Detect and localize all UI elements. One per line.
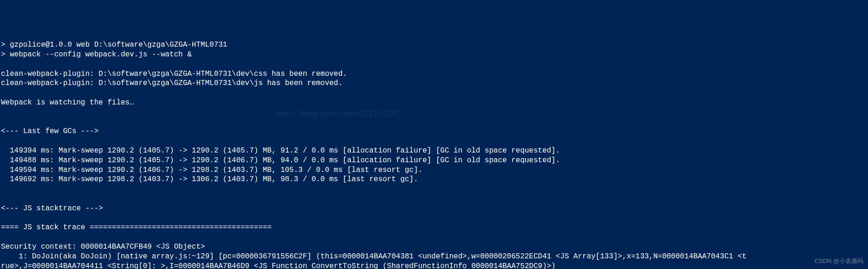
terminal-line	[0, 214, 868, 223]
terminal-line: Webpack is watching the files…	[0, 98, 868, 108]
terminal-line	[0, 108, 868, 117]
terminal-line: 149488 ms: Mark-sweep 1290.2 (1405.7) ->…	[0, 156, 868, 165]
terminal-output[interactable]: > gzpolice@1.0.0 web D:\software\gzga\GZ…	[0, 40, 868, 269]
terminal-line: > gzpolice@1.0.0 web D:\software\gzga\GZ…	[0, 40, 868, 50]
terminal-line: > webpack --config webpack.dev.js --watc…	[0, 50, 868, 60]
terminal-line: <--- Last few GCs --->	[0, 127, 868, 136]
terminal-line: <--- JS stacktrace --->	[0, 204, 868, 214]
terminal-line	[0, 184, 868, 194]
terminal-line	[0, 194, 868, 204]
terminal-line: 149692 ms: Mark-sweep 1298.2 (1403.7) ->…	[0, 175, 868, 184]
terminal-line: 149394 ms: Mark-sweep 1290.2 (1405.7) ->…	[0, 146, 868, 156]
terminal-line	[0, 60, 868, 69]
terminal-line	[0, 136, 868, 146]
terminal-line	[0, 117, 868, 127]
terminal-line: Security context: 0000014BAA7CFB49 <JS O…	[0, 242, 868, 252]
terminal-line: rue>,J=0000014BAA704411 <String[0]: >,I=…	[0, 262, 868, 269]
terminal-line: 149594 ms: Mark-sweep 1290.2 (1406.7) ->…	[0, 165, 868, 175]
terminal-line: clean-webpack-plugin: D:\software\gzga\G…	[0, 79, 868, 88]
terminal-line	[0, 232, 868, 242]
terminal-line	[0, 88, 868, 98]
terminal-line: clean-webpack-plugin: D:\software\gzga\G…	[0, 69, 868, 79]
terminal-line: ==== JS stack trace ====================…	[0, 223, 868, 232]
terminal-line: 1: DoJoin(aka DoJoin) [native array.js:~…	[0, 252, 868, 262]
